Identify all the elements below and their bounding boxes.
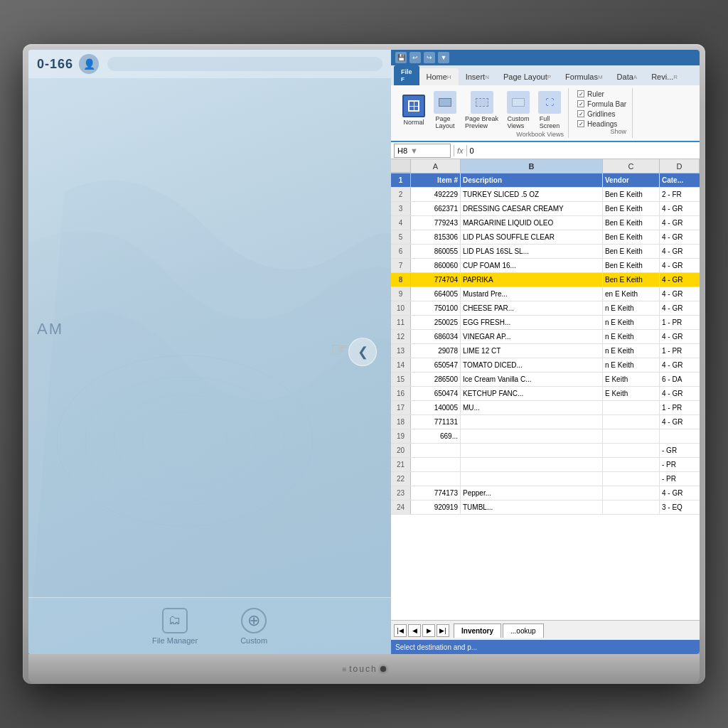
cell-9c[interactable]: en E Keith — [603, 287, 660, 301]
table-row[interactable]: 7 860060 CUP FOAM 16... Ben E Keith 4 - … — [391, 259, 700, 273]
table-row[interactable]: 13 29078 LIME 12 CT n E Keith 1 - PR — [391, 344, 700, 358]
table-row[interactable]: 20 - GR — [391, 444, 700, 458]
cell-4b[interactable]: MARGARINE LIQUID OLEO — [461, 216, 603, 230]
cell-15d[interactable]: 6 - DA — [660, 373, 700, 386]
cell-17a[interactable]: 140005 — [411, 401, 461, 414]
cell-4d[interactable]: 4 - GR — [660, 216, 700, 230]
table-row[interactable]: 18 771131 4 - GR — [391, 415, 700, 429]
tab-home[interactable]: Home H — [419, 68, 459, 85]
cell-24d[interactable]: 3 - EQ — [660, 500, 700, 514]
cell-10b[interactable]: CHEESE PAR... — [461, 301, 603, 315]
cell-24b[interactable]: TUMBL... — [461, 500, 603, 514]
headings-checkbox[interactable] — [577, 120, 584, 127]
table-row[interactable]: 12 686034 VINEGAR AP... n E Keith 4 - GR — [391, 330, 700, 344]
cell-3a[interactable]: 662371 — [411, 202, 461, 215]
cell-13d[interactable]: 1 - PR — [660, 344, 700, 358]
table-row[interactable]: 17 140005 MU... 1 - PR — [391, 401, 700, 415]
nav-arrow[interactable]: ❮ — [348, 338, 377, 366]
cell-5c[interactable]: Ben E Keith — [603, 230, 660, 244]
table-row[interactable]: 9 664005 Mustard Pre... en E Keith 4 - G… — [391, 287, 700, 301]
cell-21b[interactable] — [461, 458, 603, 471]
cell-13c[interactable]: n E Keith — [603, 344, 660, 358]
gridlines-checkbox-row[interactable]: Gridlines — [577, 110, 626, 118]
sheet-first-btn[interactable]: |◀ — [394, 624, 407, 637]
cell-12a[interactable]: 686034 — [411, 330, 461, 343]
table-row[interactable]: 4 779243 MARGARINE LIQUID OLEO Ben E Kei… — [391, 216, 700, 230]
cell-21a[interactable] — [411, 458, 461, 471]
cell-10d[interactable]: 4 - GR — [660, 301, 700, 315]
cell-23d[interactable]: 4 - GR — [660, 486, 700, 500]
cell-12c[interactable]: n E Keith — [603, 330, 660, 343]
sheet-tab-lookup[interactable]: ...ookup — [503, 623, 544, 638]
cell-22d[interactable]: - PR — [660, 472, 700, 486]
cell-7d[interactable]: 4 - GR — [660, 259, 700, 272]
cell-12b[interactable]: VINEGAR AP... — [461, 330, 603, 343]
cell-18a[interactable]: 771131 — [411, 415, 461, 429]
cell-7c[interactable]: Ben E Keith — [603, 259, 660, 272]
cell-3d[interactable]: 4 - GR — [660, 202, 700, 215]
cell-reference-box[interactable]: H8 ▼ — [394, 144, 451, 158]
formula-bar-checkbox-row[interactable]: Formula Bar — [577, 100, 626, 108]
custom-tool[interactable]: ⊕ Custom — [240, 608, 267, 645]
cell-6b[interactable]: LID PLAS 16SL SL... — [461, 245, 603, 258]
cell-8b[interactable]: PAPRIKA — [461, 273, 603, 287]
full-screen-btn[interactable]: ⛶ FullScreen — [535, 90, 564, 131]
cell-6c[interactable]: Ben E Keith — [603, 245, 660, 258]
cell-12d[interactable]: 4 - GR — [660, 330, 700, 343]
table-row[interactable]: 5 815306 LID PLAS SOUFFLE CLEAR Ben E Ke… — [391, 230, 700, 245]
cell-18d[interactable]: 4 - GR — [660, 415, 700, 429]
sheet-last-btn[interactable]: ▶| — [437, 624, 449, 637]
col-header-b[interactable]: B — [461, 159, 603, 173]
cell-11a[interactable]: 250025 — [411, 316, 461, 329]
tab-insert[interactable]: Insert N — [459, 68, 496, 85]
qa-undo-icon[interactable]: ↩ — [410, 52, 421, 63]
cell-9d[interactable]: 4 - GR — [660, 287, 700, 301]
qa-save-icon[interactable]: 💾 — [395, 52, 407, 63]
table-row[interactable]: 19 669... — [391, 429, 700, 444]
cell-15a[interactable]: 286500 — [411, 373, 461, 386]
table-row[interactable]: 23 774173 Pepper... 4 - GR — [391, 486, 700, 500]
cell-8a[interactable]: 774704 — [411, 273, 461, 287]
page-layout-view-btn[interactable]: PageLayout — [431, 90, 459, 131]
table-row[interactable]: 6 860055 LID PLAS 16SL SL... Ben E Keith… — [391, 245, 700, 259]
cell-2b[interactable]: TURKEY SLICED .5 OZ — [461, 188, 603, 201]
cell-15b[interactable]: Ice Cream Vanilla C... — [461, 373, 603, 386]
cell-10a[interactable]: 750100 — [411, 301, 461, 315]
cell-23c[interactable] — [603, 486, 660, 500]
cell-6a[interactable]: 860055 — [411, 245, 461, 258]
ruler-checkbox-row[interactable]: Ruler — [577, 90, 626, 98]
cell-19c[interactable] — [603, 429, 660, 443]
col-header-a[interactable]: A — [411, 159, 461, 173]
cell-7b[interactable]: CUP FOAM 16... — [461, 259, 603, 272]
table-row[interactable]: 21 - PR — [391, 458, 700, 472]
table-row[interactable]: 10 750100 CHEESE PAR... n E Keith 4 - GR — [391, 301, 700, 316]
cell-21c[interactable] — [603, 458, 660, 471]
table-row[interactable]: 16 650474 KETCHUP FANC... E Keith 4 - GR — [391, 387, 700, 401]
cell-20c[interactable] — [603, 444, 660, 457]
cell-14d[interactable]: 4 - GR — [660, 358, 700, 372]
cell-19a[interactable]: 669... — [411, 429, 461, 443]
cell-22c[interactable] — [603, 472, 660, 486]
table-row[interactable]: 15 286500 Ice Cream Vanilla C... E Keith… — [391, 373, 700, 387]
cell-5d[interactable]: 4 - GR — [660, 230, 700, 244]
gridlines-checkbox[interactable] — [577, 110, 584, 117]
tab-data[interactable]: Data A — [610, 68, 645, 85]
tab-page-layout[interactable]: Page Layout P — [496, 68, 558, 85]
cell-20d[interactable]: - GR — [660, 444, 700, 457]
cell-9b[interactable]: Mustard Pre... — [461, 287, 603, 301]
table-row[interactable]: 14 650547 TOMATO DICED... n E Keith 4 - … — [391, 358, 700, 373]
qa-redo-icon[interactable]: ↪ — [424, 52, 435, 63]
cell-16a[interactable]: 650474 — [411, 387, 461, 400]
cell-4a[interactable]: 779243 — [411, 216, 461, 230]
cell-15c[interactable]: E Keith — [603, 373, 660, 386]
tab-formulas[interactable]: Formulas M — [558, 68, 610, 85]
cell-11d[interactable]: 1 - PR — [660, 316, 700, 329]
sheet-tab-inventory[interactable]: Inventory — [454, 623, 501, 638]
cell-24a[interactable]: 920919 — [411, 500, 461, 514]
cell-8c[interactable]: Ben E Keith — [603, 273, 660, 287]
cell-2a[interactable]: 492229 — [411, 188, 461, 201]
cell-23a[interactable]: 774173 — [411, 486, 461, 500]
col-header-d[interactable]: D — [660, 159, 700, 173]
cell-3b[interactable]: DRESSING CAESAR CREAMY — [461, 202, 603, 215]
cell-16d[interactable]: 4 - GR — [660, 387, 700, 400]
